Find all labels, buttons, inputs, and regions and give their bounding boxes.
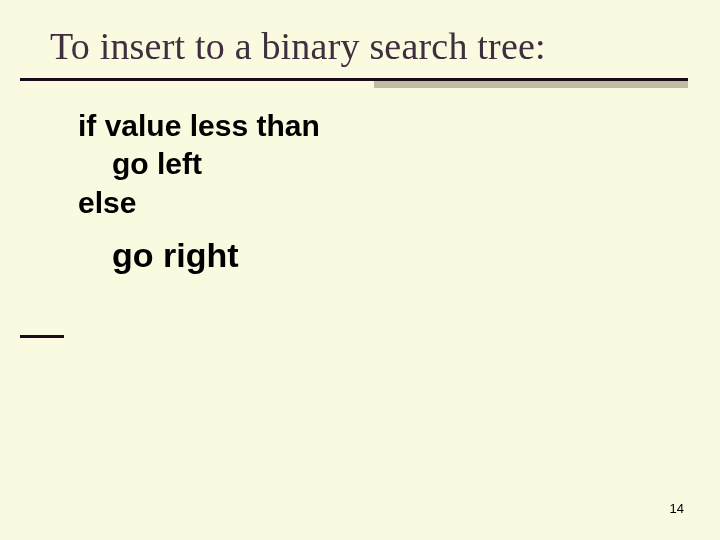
title-underline <box>20 78 688 81</box>
left-accent-bar <box>20 335 64 338</box>
slide-title: To insert to a binary search tree: <box>50 24 680 78</box>
body-line-2: go left <box>78 145 680 183</box>
body-line-3: else <box>78 184 680 222</box>
slide-body: if value less than go left else go right <box>78 107 680 278</box>
body-line-1: if value less than <box>78 107 680 145</box>
underline-shadow <box>374 81 688 88</box>
slide: To insert to a binary search tree: if va… <box>0 0 720 540</box>
page-number: 14 <box>670 501 684 516</box>
body-line-4: go right <box>78 234 680 278</box>
